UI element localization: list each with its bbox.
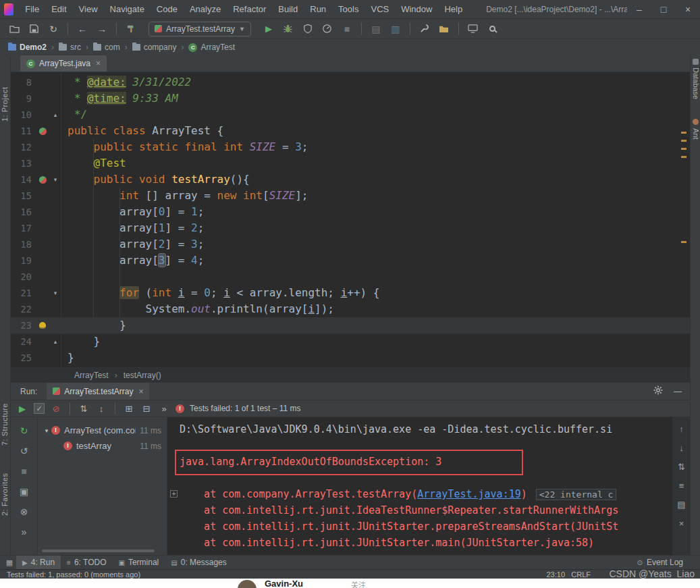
tree-expand-arrow[interactable]: ▾ xyxy=(42,427,51,434)
profiler-button[interactable] xyxy=(320,22,335,36)
toolwindow-button-4-run[interactable]: ▶4: Run xyxy=(16,556,61,570)
menu-navigate[interactable]: Navigate xyxy=(104,0,151,19)
toolwindow-switcher-icon[interactable]: ▦ xyxy=(3,558,16,567)
breadcrumb-com[interactable]: com xyxy=(93,43,120,52)
editor-breadcrumb-item[interactable]: ArrayTest xyxy=(74,371,109,380)
fold-marker[interactable]: ▴ xyxy=(50,107,61,123)
code-line[interactable]: 9 * @time: 9:33 AM xyxy=(11,90,690,107)
test-tree-node[interactable]: !testArray11 ms xyxy=(38,438,167,454)
prev-stacktrace-icon[interactable]: ↑ xyxy=(679,424,684,434)
next-stacktrace-icon[interactable]: ↓ xyxy=(679,443,684,453)
sync-icon[interactable]: ↻ xyxy=(46,22,61,36)
code-line[interactable]: 8 * @date: 3/31/2022 xyxy=(11,74,690,90)
code-line[interactable]: 24▴ } xyxy=(11,333,690,350)
menu-help[interactable]: Help xyxy=(438,0,468,19)
fold-marker[interactable]: ▴ xyxy=(50,333,61,350)
forward-icon[interactable]: → xyxy=(95,22,109,36)
menu-window[interactable]: Window xyxy=(395,0,438,19)
toolwindow-favorites-button[interactable]: 2: Favorites xyxy=(1,454,10,516)
code-line[interactable]: 21▾ for (int i = 0; i < array.length; i+… xyxy=(11,285,690,301)
stop-process-icon[interactable]: ⊘ xyxy=(50,404,62,414)
search-everywhere-icon[interactable] xyxy=(485,22,500,36)
breadcrumb-arraytest[interactable]: CArrayTest xyxy=(188,43,235,52)
run-button[interactable]: ▶ xyxy=(261,22,276,36)
code-line[interactable]: 12 public static final int SIZE = 3; xyxy=(11,139,690,155)
code-line[interactable]: 14▾ public void testArray(){ xyxy=(11,171,690,188)
horizontal-scrollbar[interactable] xyxy=(42,550,155,552)
menu-build[interactable]: Build xyxy=(272,0,304,19)
close-tab-icon[interactable]: × xyxy=(96,59,101,68)
scrollbar-warning-mark[interactable] xyxy=(681,140,686,142)
sort-by-duration-icon[interactable]: ↕ xyxy=(95,404,107,414)
project-structure-icon[interactable] xyxy=(437,22,452,36)
menu-edit[interactable]: Edit xyxy=(45,0,72,19)
code-line[interactable]: 16 array[0] = 1; xyxy=(11,204,690,220)
stack-trace-link[interactable]: ArrayTest.java:19 xyxy=(417,488,521,500)
close-button[interactable]: × xyxy=(676,0,700,19)
console-output[interactable]: D:\Software\Java\JDK9.0.4\bin\java.exe -… xyxy=(167,417,672,555)
close-tab-icon[interactable]: ⊗ xyxy=(20,506,28,517)
attach-debugger-icon[interactable]: ▤ xyxy=(369,22,383,36)
screenshot-monitor-icon[interactable] xyxy=(466,22,481,36)
rerun-failed-tests-icon[interactable]: ↻ xyxy=(20,425,28,436)
toolwindow-button-0-messages[interactable]: ▤0: Messages xyxy=(165,556,233,570)
expand-all-icon[interactable]: ⊞ xyxy=(123,404,135,414)
code-line[interactable]: 25} xyxy=(11,350,690,366)
breadcrumb-demo2[interactable]: Demo2 xyxy=(8,43,47,52)
menu-code[interactable]: Code xyxy=(151,0,184,19)
dump-threads-icon[interactable]: ▥ xyxy=(388,22,403,36)
code-line[interactable]: 17 array[1] = 2; xyxy=(11,220,690,236)
run-test-icon[interactable] xyxy=(39,128,47,135)
line-ending-indicator[interactable]: CRLF xyxy=(571,570,591,579)
clear-console-icon[interactable]: × xyxy=(679,518,684,529)
fold-marker[interactable]: ▾ xyxy=(50,171,61,188)
scrollbar-warning-mark[interactable] xyxy=(681,241,686,243)
editor-tab[interactable]: C ArrayTest.java × xyxy=(20,55,107,72)
open-icon[interactable] xyxy=(7,22,22,36)
menu-refactor[interactable]: Refactor xyxy=(227,0,272,19)
toolwindow-project-button[interactable]: 1: Project xyxy=(1,61,10,122)
code-line[interactable]: 23 } xyxy=(11,317,690,333)
scroll-to-end-icon[interactable]: ≡ xyxy=(679,481,684,491)
follow-link[interactable]: 关注 xyxy=(351,579,366,588)
run-configuration-select[interactable]: ArrayTest.testArray ▼ xyxy=(149,22,251,36)
code-line[interactable]: 19 array[3] = 4; xyxy=(11,252,690,269)
code-line[interactable]: 18 array[2] = 3; xyxy=(11,236,690,252)
build-hammer-icon[interactable] xyxy=(124,22,138,36)
more-actions-icon[interactable]: » xyxy=(158,404,170,414)
run-content-tab[interactable]: ArrayTest.testArray × xyxy=(47,383,149,400)
soft-wrap-icon[interactable]: ⇅ xyxy=(678,462,685,472)
event-log-button[interactable]: ⊙ Event Log xyxy=(631,556,689,570)
author-name[interactable]: Gavin-Xu xyxy=(265,579,303,588)
breadcrumb-company[interactable]: company xyxy=(132,43,177,52)
debug-button[interactable] xyxy=(281,22,296,36)
code-line[interactable]: 20 xyxy=(11,269,690,285)
code-line[interactable]: 13 @Test xyxy=(11,155,690,171)
sort-alphabetically-icon[interactable]: ⇅ xyxy=(78,404,90,414)
stop-button[interactable]: ■ xyxy=(340,22,354,36)
hide-panel-icon[interactable]: — xyxy=(674,387,682,396)
folded-frames-badge[interactable]: <22 internal c xyxy=(536,489,617,500)
more-tools-icon[interactable]: » xyxy=(22,527,27,537)
menu-vcs[interactable]: VCS xyxy=(365,0,395,19)
rerun-tests-icon[interactable]: ▶ xyxy=(16,404,28,414)
menu-run[interactable]: Run xyxy=(304,0,332,19)
close-tab-icon[interactable]: × xyxy=(138,387,143,396)
code-line[interactable]: 10▴ */ xyxy=(11,107,690,123)
scrollbar-warning-mark[interactable] xyxy=(681,156,686,158)
fold-marker[interactable]: ▾ xyxy=(50,285,61,301)
editor[interactable]: 8 * @date: 3/31/20229 * @time: 9:33 AM10… xyxy=(11,72,690,367)
test-history-icon[interactable]: ▣ xyxy=(20,486,28,497)
toolwindow-structure-button[interactable]: 7: Structure xyxy=(1,383,10,446)
run-test-icon[interactable] xyxy=(39,176,47,184)
test-tree-node[interactable]: ▾!ArrayTest (com.comp11 ms xyxy=(38,423,167,438)
scrollbar-warning-mark[interactable] xyxy=(681,148,686,150)
minimize-button[interactable]: – xyxy=(627,0,651,19)
editor-breadcrumb-item[interactable]: testArray() xyxy=(124,371,161,380)
toolwindow-button-6-todo[interactable]: ≡6: TODO xyxy=(61,556,112,570)
code-line[interactable]: 15 int [] array = new int[SIZE]; xyxy=(11,188,690,204)
track-running-test-toggle-icon[interactable]: ✓ xyxy=(34,403,45,414)
code-line[interactable]: 11public class ArrayTest { xyxy=(11,123,690,139)
settings-gear-icon[interactable] xyxy=(653,385,663,397)
menu-analyze[interactable]: Analyze xyxy=(184,0,227,19)
